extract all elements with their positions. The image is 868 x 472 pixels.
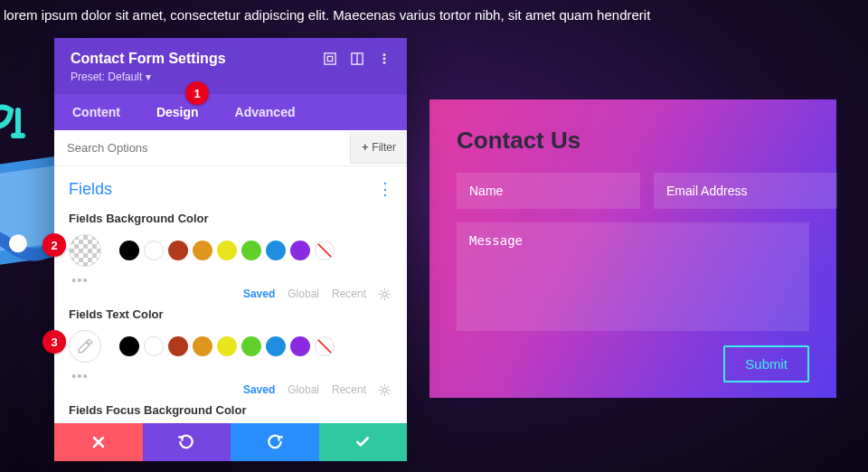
kebab-menu-icon[interactable] [378,52,391,65]
annotation-badge-1: 1 [185,81,209,105]
filter-button[interactable]: + Filter [350,132,407,164]
close-icon [91,435,106,449]
panel-title: Contact Form Settings [71,51,324,67]
section-menu-icon[interactable]: ⋮ [377,179,392,199]
settings-panel: Contact Form Settings Preset: Default ▾ … [54,38,407,461]
undo-icon [178,434,194,450]
svg-line-27 [381,392,382,394]
palette-gear-icon[interactable] [379,384,391,396]
check-icon [354,434,371,450]
contact-form-title: Contact Us [457,127,809,155]
svg-line-16 [381,289,382,291]
svg-line-26 [387,392,389,394]
eyedropper-icon [77,338,93,354]
swatch-white[interactable] [144,336,164,356]
tab-advanced[interactable]: Advanced [217,94,314,130]
tab-content[interactable]: Content [54,94,138,130]
palette-tab-recent[interactable]: Recent [332,383,366,396]
swatch-none[interactable] [315,241,335,260]
svg-line-17 [387,297,389,298]
message-field[interactable] [457,222,809,331]
palette-tab-saved[interactable]: Saved [243,288,275,300]
svg-point-8 [383,53,386,56]
svg-point-10 [383,61,386,64]
svg-line-28 [387,385,389,387]
search-input[interactable] [67,130,350,165]
svg-point-9 [383,58,386,61]
svg-point-20 [382,388,387,392]
panel-header[interactable]: Contact Form Settings Preset: Default ▾ [54,38,407,94]
close-button[interactable] [54,423,143,461]
svg-line-18 [381,297,382,298]
background-lorem-text: lorem ipsum dolor sit amet, consectetur … [0,5,868,26]
annotation-badge-2: 2 [42,233,66,257]
submit-button[interactable]: Submit [723,345,809,382]
panel-body: Fields ⋮ Fields Background Color ••• Sav… [54,166,407,423]
layout-icon[interactable] [351,52,363,65]
email-field[interactable] [654,173,837,209]
swatch-more-dots[interactable]: ••• [71,272,392,288]
panel-footer [54,423,407,461]
name-field[interactable] [457,173,640,209]
swatch-brown[interactable] [168,336,188,356]
save-button[interactable] [319,423,408,461]
swatch-purple[interactable] [290,336,310,356]
tabs: Content Design Advanced [54,94,407,130]
swatch-orange[interactable] [193,241,212,260]
swatch-black[interactable] [119,336,139,356]
svg-rect-4 [325,53,335,64]
swatch-brown[interactable] [168,241,188,260]
fields-text-color-label: Fields Text Color [69,307,392,321]
swatch-black[interactable] [119,241,139,260]
swatch-orange[interactable] [193,336,212,356]
svg-point-3 [8,233,29,254]
svg-line-19 [387,289,389,291]
fields-bg-color-label: Fields Background Color [69,212,392,225]
swatch-blue[interactable] [266,336,286,356]
swatch-none[interactable] [315,336,335,356]
expand-icon[interactable] [324,52,336,65]
annotation-badge-3: 3 [42,330,66,354]
fields-bg-color-swatches [69,234,392,267]
redo-button[interactable] [231,423,319,461]
section-fields-title[interactable]: Fields [69,180,112,199]
swatch-yellow[interactable] [217,241,237,260]
fields-text-current-swatch[interactable] [69,330,101,363]
fields-bg-current-swatch[interactable] [69,234,101,267]
preset-label[interactable]: Preset: Default ▾ [71,71,391,83]
svg-rect-5 [327,56,332,61]
palette-tab-global[interactable]: Global [288,383,319,396]
swatch-white[interactable] [144,241,164,260]
swatch-green[interactable] [241,241,261,260]
swatch-blue[interactable] [266,241,286,260]
fields-focus-bg-label: Fields Focus Background Color [69,403,392,417]
swatch-yellow[interactable] [217,336,237,356]
palette-tab-global[interactable]: Global [288,288,319,300]
palette-gear-icon[interactable] [379,288,391,300]
swatch-purple[interactable] [290,241,310,260]
palette-tab-recent[interactable]: Recent [332,288,366,300]
fields-text-color-swatches [69,330,392,363]
contact-form-preview: Contact Us Submit [429,99,836,398]
swatch-green[interactable] [241,336,261,356]
swatch-more-dots[interactable]: ••• [71,368,392,383]
palette-tab-saved[interactable]: Saved [243,383,275,396]
search-row: + Filter [54,130,407,166]
svg-line-25 [381,385,382,387]
svg-point-11 [382,292,387,297]
redo-icon [267,434,283,450]
undo-button[interactable] [143,423,231,461]
